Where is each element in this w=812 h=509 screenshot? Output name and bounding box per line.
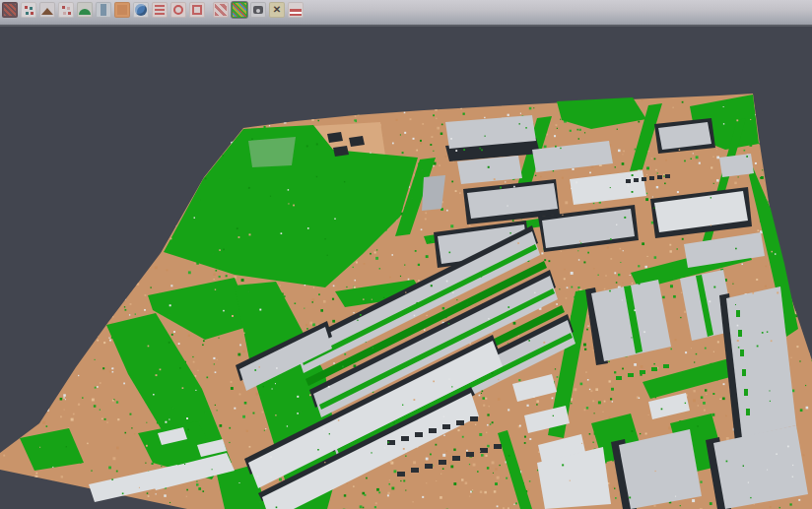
tile-image-icon[interactable] — [2, 2, 18, 18]
zoom-extent-icon[interactable] — [189, 2, 205, 18]
register-points-icon[interactable] — [21, 2, 36, 18]
ground-points-icon[interactable] — [58, 2, 74, 18]
3d-viewport[interactable] — [0, 27, 812, 509]
target-circle-icon[interactable] — [170, 2, 186, 18]
point-cloud-scene — [0, 27, 812, 509]
classification-view-icon[interactable] — [232, 2, 247, 18]
layer-stack-icon[interactable] — [288, 2, 304, 18]
clip-region-icon[interactable] — [269, 2, 285, 18]
application-window: { "toolbar": { "background": "#c2c1c7", … — [0, 0, 812, 509]
main-toolbar — [0, 0, 812, 27]
profile-bar-icon[interactable] — [96, 2, 111, 18]
canopy-surface-icon[interactable] — [77, 2, 93, 18]
measure-lines-icon[interactable] — [152, 2, 168, 18]
grid-overlay-icon[interactable] — [213, 2, 229, 18]
vegetation-field-light — [248, 137, 296, 167]
globe-view-icon[interactable] — [133, 2, 149, 18]
terrain-model-icon[interactable] — [39, 2, 55, 18]
building-roof — [719, 154, 754, 177]
ortho-image-icon[interactable] — [114, 2, 130, 18]
snapshot-icon[interactable] — [250, 2, 266, 18]
building-roof — [422, 175, 445, 211]
